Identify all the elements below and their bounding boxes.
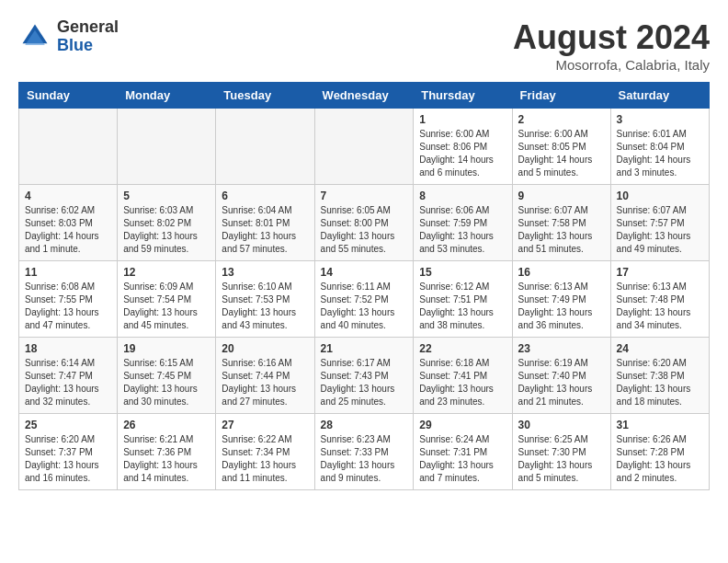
day-number: 5 <box>123 190 210 202</box>
day-number: 1 <box>419 113 506 126</box>
day-detail: Sunrise: 6:24 AM Sunset: 7:31 PM Dayligh… <box>419 433 506 485</box>
week-row-5: 25Sunrise: 6:20 AM Sunset: 7:37 PM Dayli… <box>19 414 710 490</box>
calendar-cell: 9Sunrise: 6:07 AM Sunset: 7:58 PM Daylig… <box>512 185 610 261</box>
day-number: 13 <box>222 266 308 279</box>
calendar-cell: 15Sunrise: 6:12 AM Sunset: 7:51 PM Dayli… <box>414 261 512 338</box>
weekday-header-row: SundayMondayTuesdayWednesdayThursdayFrid… <box>19 83 710 109</box>
day-detail: Sunrise: 6:01 AM Sunset: 8:04 PM Dayligh… <box>617 128 703 179</box>
day-number: 29 <box>419 419 506 431</box>
calendar-cell: 28Sunrise: 6:23 AM Sunset: 7:33 PM Dayli… <box>314 414 414 490</box>
calendar-cell: 31Sunrise: 6:26 AM Sunset: 7:28 PM Dayli… <box>610 414 709 490</box>
day-detail: Sunrise: 6:25 AM Sunset: 7:30 PM Dayligh… <box>518 433 605 485</box>
week-row-4: 18Sunrise: 6:14 AM Sunset: 7:47 PM Dayli… <box>19 338 710 414</box>
week-row-2: 4Sunrise: 6:02 AM Sunset: 8:03 PM Daylig… <box>19 185 710 261</box>
calendar-cell: 16Sunrise: 6:13 AM Sunset: 7:49 PM Dayli… <box>512 261 610 338</box>
day-detail: Sunrise: 6:26 AM Sunset: 7:28 PM Dayligh… <box>617 433 703 485</box>
day-number: 23 <box>518 342 605 355</box>
day-number: 17 <box>617 266 703 279</box>
weekday-header-sunday: Sunday <box>19 83 118 109</box>
day-number: 24 <box>617 342 703 355</box>
calendar-table: SundayMondayTuesdayWednesdayThursdayFrid… <box>18 82 710 490</box>
day-detail: Sunrise: 6:04 AM Sunset: 8:01 PM Dayligh… <box>222 204 308 256</box>
day-number: 21 <box>321 342 408 355</box>
day-number: 20 <box>222 342 308 355</box>
calendar-cell: 8Sunrise: 6:06 AM Sunset: 7:59 PM Daylig… <box>414 185 512 261</box>
day-detail: Sunrise: 6:08 AM Sunset: 7:55 PM Dayligh… <box>25 281 111 332</box>
calendar-cell: 12Sunrise: 6:09 AM Sunset: 7:54 PM Dayli… <box>118 261 216 338</box>
day-detail: Sunrise: 6:05 AM Sunset: 8:00 PM Dayligh… <box>321 204 408 256</box>
day-number: 19 <box>123 342 210 355</box>
day-detail: Sunrise: 6:23 AM Sunset: 7:33 PM Dayligh… <box>321 433 408 485</box>
calendar-cell: 13Sunrise: 6:10 AM Sunset: 7:53 PM Dayli… <box>216 261 314 338</box>
day-number: 15 <box>419 266 506 279</box>
calendar-cell: 29Sunrise: 6:24 AM Sunset: 7:31 PM Dayli… <box>414 414 512 490</box>
day-number: 9 <box>518 190 605 202</box>
day-number: 14 <box>321 266 408 279</box>
week-row-3: 11Sunrise: 6:08 AM Sunset: 7:55 PM Dayli… <box>19 261 710 338</box>
day-detail: Sunrise: 6:13 AM Sunset: 7:48 PM Dayligh… <box>617 281 703 332</box>
calendar-cell <box>216 109 314 185</box>
calendar-cell: 4Sunrise: 6:02 AM Sunset: 8:03 PM Daylig… <box>19 185 118 261</box>
weekday-header-friday: Friday <box>512 83 610 109</box>
calendar-cell: 5Sunrise: 6:03 AM Sunset: 8:02 PM Daylig… <box>118 185 216 261</box>
calendar-cell: 25Sunrise: 6:20 AM Sunset: 7:37 PM Dayli… <box>19 414 118 490</box>
day-detail: Sunrise: 6:16 AM Sunset: 7:44 PM Dayligh… <box>222 357 308 408</box>
calendar-cell: 27Sunrise: 6:22 AM Sunset: 7:34 PM Dayli… <box>216 414 314 490</box>
calendar-cell: 21Sunrise: 6:17 AM Sunset: 7:43 PM Dayli… <box>314 338 414 414</box>
calendar-cell: 14Sunrise: 6:11 AM Sunset: 7:52 PM Dayli… <box>314 261 414 338</box>
day-detail: Sunrise: 6:13 AM Sunset: 7:49 PM Dayligh… <box>518 281 605 332</box>
day-detail: Sunrise: 6:20 AM Sunset: 7:38 PM Dayligh… <box>617 357 703 408</box>
title-block: August 2024 Mosorrofa, Calabria, Italy <box>513 18 710 73</box>
calendar-cell: 20Sunrise: 6:16 AM Sunset: 7:44 PM Dayli… <box>216 338 314 414</box>
calendar-cell: 22Sunrise: 6:18 AM Sunset: 7:41 PM Dayli… <box>414 338 512 414</box>
day-detail: Sunrise: 6:21 AM Sunset: 7:36 PM Dayligh… <box>123 433 210 485</box>
day-number: 22 <box>419 342 506 355</box>
day-number: 28 <box>321 419 408 431</box>
weekday-header-wednesday: Wednesday <box>314 83 414 109</box>
day-detail: Sunrise: 6:03 AM Sunset: 8:02 PM Dayligh… <box>123 204 210 256</box>
day-number: 4 <box>25 190 111 202</box>
calendar-cell: 1Sunrise: 6:00 AM Sunset: 8:06 PM Daylig… <box>414 109 512 185</box>
calendar-cell <box>118 109 216 185</box>
calendar-cell: 6Sunrise: 6:04 AM Sunset: 8:01 PM Daylig… <box>216 185 314 261</box>
day-number: 11 <box>25 266 111 279</box>
location: Mosorrofa, Calabria, Italy <box>513 57 710 73</box>
calendar-cell: 26Sunrise: 6:21 AM Sunset: 7:36 PM Dayli… <box>118 414 216 490</box>
calendar-cell: 24Sunrise: 6:20 AM Sunset: 7:38 PM Dayli… <box>610 338 709 414</box>
day-number: 12 <box>123 266 210 279</box>
day-detail: Sunrise: 6:12 AM Sunset: 7:51 PM Dayligh… <box>419 281 506 332</box>
day-detail: Sunrise: 6:14 AM Sunset: 7:47 PM Dayligh… <box>25 357 111 408</box>
calendar-cell <box>19 109 118 185</box>
day-detail: Sunrise: 6:15 AM Sunset: 7:45 PM Dayligh… <box>123 357 210 408</box>
day-number: 25 <box>25 419 111 431</box>
day-number: 26 <box>123 419 210 431</box>
day-number: 16 <box>518 266 605 279</box>
day-number: 7 <box>321 190 408 202</box>
day-number: 27 <box>222 419 308 431</box>
calendar-cell <box>314 109 414 185</box>
day-detail: Sunrise: 6:22 AM Sunset: 7:34 PM Dayligh… <box>222 433 308 485</box>
logo-icon <box>18 20 51 53</box>
calendar-cell: 23Sunrise: 6:19 AM Sunset: 7:40 PM Dayli… <box>512 338 610 414</box>
day-number: 3 <box>617 113 703 126</box>
day-number: 18 <box>25 342 111 355</box>
calendar-cell: 19Sunrise: 6:15 AM Sunset: 7:45 PM Dayli… <box>118 338 216 414</box>
day-number: 6 <box>222 190 308 202</box>
weekday-header-saturday: Saturday <box>610 83 709 109</box>
weekday-header-monday: Monday <box>118 83 216 109</box>
calendar-cell: 11Sunrise: 6:08 AM Sunset: 7:55 PM Dayli… <box>19 261 118 338</box>
logo-text: General Blue <box>57 18 119 55</box>
day-detail: Sunrise: 6:07 AM Sunset: 7:57 PM Dayligh… <box>617 204 703 256</box>
day-number: 30 <box>518 419 605 431</box>
day-detail: Sunrise: 6:20 AM Sunset: 7:37 PM Dayligh… <box>25 433 111 485</box>
day-detail: Sunrise: 6:00 AM Sunset: 8:06 PM Dayligh… <box>419 128 506 179</box>
page-header: General Blue August 2024 Mosorrofa, Cala… <box>18 18 710 73</box>
month-title: August 2024 <box>513 18 710 57</box>
logo: General Blue <box>18 18 119 55</box>
day-detail: Sunrise: 6:19 AM Sunset: 7:40 PM Dayligh… <box>518 357 605 408</box>
day-detail: Sunrise: 6:17 AM Sunset: 7:43 PM Dayligh… <box>321 357 408 408</box>
weekday-header-tuesday: Tuesday <box>216 83 314 109</box>
calendar-cell: 18Sunrise: 6:14 AM Sunset: 7:47 PM Dayli… <box>19 338 118 414</box>
day-detail: Sunrise: 6:00 AM Sunset: 8:05 PM Dayligh… <box>518 128 605 179</box>
day-detail: Sunrise: 6:06 AM Sunset: 7:59 PM Dayligh… <box>419 204 506 256</box>
